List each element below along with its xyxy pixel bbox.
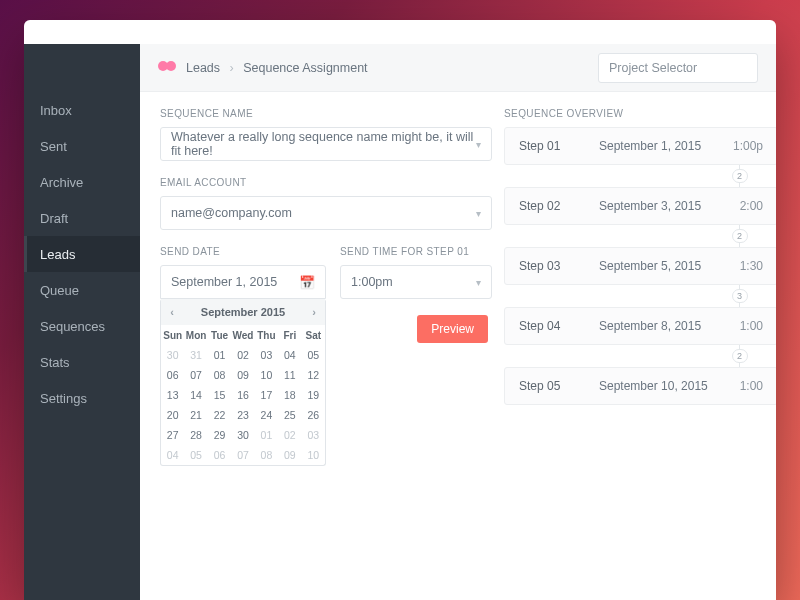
calendar-day[interactable]: 09	[278, 445, 301, 465]
sequence-name-select[interactable]: Whatever a really long sequence name mig…	[160, 127, 492, 161]
calendar-day-header: Tue	[208, 325, 231, 345]
calendar-day[interactable]: 05	[302, 345, 325, 365]
breadcrumb-current: Sequence Assignment	[243, 61, 367, 75]
calendar-day[interactable]: 30	[231, 425, 254, 445]
sidebar-item-inbox[interactable]: Inbox	[24, 92, 140, 128]
calendar-day-header: Wed	[231, 325, 254, 345]
chevron-down-icon: ▾	[476, 208, 481, 219]
chevron-right-icon: ›	[230, 61, 234, 75]
calendar-next-month[interactable]: ›	[303, 299, 325, 325]
calendar-day[interactable]: 06	[208, 445, 231, 465]
calendar-day[interactable]: 02	[278, 425, 301, 445]
calendar-prev-month[interactable]: ‹	[161, 299, 183, 325]
chevron-down-icon: ▾	[476, 139, 481, 150]
calendar-day[interactable]: 06	[161, 365, 184, 385]
window-control-zoom[interactable]	[72, 28, 81, 37]
step-time: 1:30	[740, 259, 763, 273]
calendar-day[interactable]: 04	[161, 445, 184, 465]
step-name: Step 05	[519, 379, 575, 393]
calendar-day[interactable]: 01	[208, 345, 231, 365]
calendar-day[interactable]: 24	[255, 405, 278, 425]
calendar-day[interactable]: 10	[255, 365, 278, 385]
calendar-day[interactable]: 03	[255, 345, 278, 365]
sidebar-item-stats[interactable]: Stats	[24, 344, 140, 380]
window-control-minimize[interactable]	[55, 28, 64, 37]
step-date: September 8, 2015	[599, 319, 716, 333]
sidebar-item-sent[interactable]: Sent	[24, 128, 140, 164]
calendar-day[interactable]: 19	[302, 385, 325, 405]
calendar-month-label: September 2015	[201, 306, 285, 318]
send-date-value: September 1, 2015	[171, 275, 277, 289]
breadcrumb-root[interactable]: Leads	[186, 61, 220, 75]
calendar-day[interactable]: 26	[302, 405, 325, 425]
sidebar-item-settings[interactable]: Settings	[24, 380, 140, 416]
app-window: InboxSentArchiveDraftLeadsQueueSequences…	[24, 20, 776, 600]
calendar-day[interactable]: 13	[161, 385, 184, 405]
calendar-day[interactable]: 14	[184, 385, 207, 405]
send-time-label: SEND TIME FOR STEP 01	[340, 246, 492, 257]
calendar-day[interactable]: 05	[184, 445, 207, 465]
step-date: September 5, 2015	[599, 259, 716, 273]
calendar-day[interactable]: 16	[231, 385, 254, 405]
sidebar-item-queue[interactable]: Queue	[24, 272, 140, 308]
window-titlebar	[24, 20, 776, 44]
sidebar-item-sequences[interactable]: Sequences	[24, 308, 140, 344]
calendar-day[interactable]: 28	[184, 425, 207, 445]
calendar-day[interactable]: 12	[302, 365, 325, 385]
sidebar-item-leads[interactable]: Leads	[24, 236, 140, 272]
email-account-select[interactable]: name@company.com ▾	[160, 196, 492, 230]
send-time-select[interactable]: 1:00pm ▾	[340, 265, 492, 299]
calendar-day[interactable]: 04	[278, 345, 301, 365]
calendar-day-header: Fri	[278, 325, 301, 345]
calendar-day[interactable]: 10	[302, 445, 325, 465]
calendar-day[interactable]: 31	[184, 345, 207, 365]
calendar-day[interactable]: 07	[231, 445, 254, 465]
calendar-day-header: Thu	[255, 325, 278, 345]
sequence-name-value: Whatever a really long sequence name mig…	[171, 130, 476, 158]
step-date: September 3, 2015	[599, 199, 716, 213]
calendar-day[interactable]: 23	[231, 405, 254, 425]
sidebar-item-draft[interactable]: Draft	[24, 200, 140, 236]
calendar-day[interactable]: 25	[278, 405, 301, 425]
calendar-day[interactable]: 21	[184, 405, 207, 425]
sequence-step[interactable]: Step 04September 8, 20151:00	[504, 307, 776, 345]
calendar-day[interactable]: 27	[161, 425, 184, 445]
step-gap-badge: 2	[732, 349, 748, 363]
calendar-day[interactable]: 29	[208, 425, 231, 445]
chevron-down-icon: ▾	[476, 277, 481, 288]
sequence-step[interactable]: Step 01September 1, 20151:00p	[504, 127, 776, 165]
project-selector-label: Project Selector	[609, 61, 697, 75]
calendar-day[interactable]: 18	[278, 385, 301, 405]
sidebar-nav: InboxSentArchiveDraftLeadsQueueSequences…	[24, 44, 140, 600]
calendar-day[interactable]: 08	[255, 445, 278, 465]
calendar-day[interactable]: 22	[208, 405, 231, 425]
calendar-day[interactable]: 11	[278, 365, 301, 385]
sequence-step[interactable]: Step 03September 5, 20151:30	[504, 247, 776, 285]
sequence-overview-label: SEQUENCE OVERVIEW	[504, 108, 776, 119]
calendar-day[interactable]: 09	[231, 365, 254, 385]
project-selector-dropdown[interactable]: Project Selector	[598, 53, 758, 83]
preview-button[interactable]: Preview	[417, 315, 488, 343]
date-picker-calendar: ‹ September 2015 › SunMonTueWedThuFriSat…	[160, 299, 326, 466]
calendar-day[interactable]: 20	[161, 405, 184, 425]
calendar-day[interactable]: 15	[208, 385, 231, 405]
send-date-label: SEND DATE	[160, 246, 326, 257]
calendar-day[interactable]: 07	[184, 365, 207, 385]
calendar-day[interactable]: 30	[161, 345, 184, 365]
step-gap-badge: 2	[732, 229, 748, 243]
sequence-step[interactable]: Step 05September 10, 20151:00	[504, 367, 776, 405]
step-date: September 10, 2015	[599, 379, 716, 393]
calendar-day[interactable]: 01	[255, 425, 278, 445]
step-time: 1:00	[740, 319, 763, 333]
step-gap-badge: 2	[732, 169, 748, 183]
sequence-step[interactable]: Step 02September 3, 20152:00	[504, 187, 776, 225]
window-control-close[interactable]	[38, 28, 47, 37]
send-date-input[interactable]: September 1, 2015 📅	[160, 265, 326, 299]
calendar-day[interactable]: 03	[302, 425, 325, 445]
calendar-day[interactable]: 17	[255, 385, 278, 405]
calendar-day[interactable]: 08	[208, 365, 231, 385]
calendar-day[interactable]: 02	[231, 345, 254, 365]
sidebar-item-archive[interactable]: Archive	[24, 164, 140, 200]
sequence-name-label: SEQUENCE NAME	[160, 108, 492, 119]
logo-icon	[158, 61, 176, 75]
